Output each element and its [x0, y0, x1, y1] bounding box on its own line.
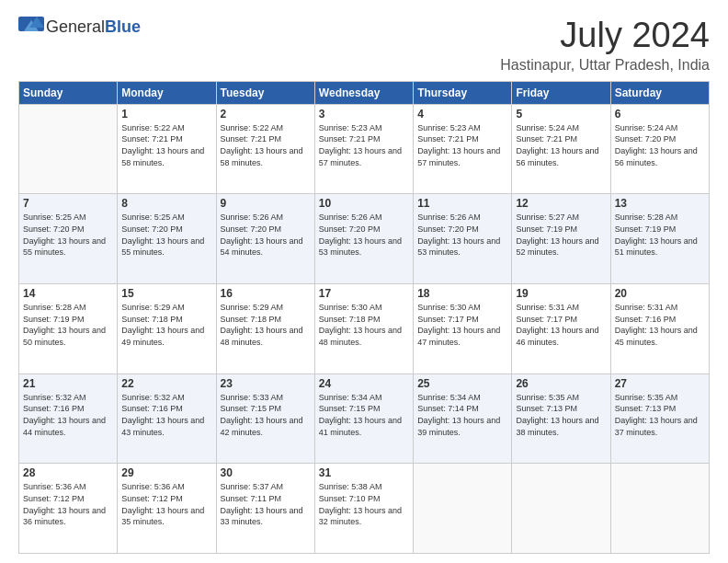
day-number: 30	[221, 466, 311, 479]
day-number: 22	[121, 377, 211, 390]
calendar-day-cell: 30Sunrise: 5:37 AM Sunset: 7:11 PM Dayli…	[216, 464, 314, 554]
day-number: 26	[516, 377, 606, 390]
calendar-day-cell	[512, 464, 610, 554]
day-number: 31	[319, 466, 409, 479]
day-info: Sunrise: 5:32 AM Sunset: 7:16 PM Dayligh…	[23, 392, 113, 438]
calendar-day-cell: 27Sunrise: 5:35 AM Sunset: 7:13 PM Dayli…	[610, 373, 709, 464]
day-info: Sunrise: 5:31 AM Sunset: 7:17 PM Dayligh…	[516, 302, 606, 348]
day-info: Sunrise: 5:36 AM Sunset: 7:12 PM Dayligh…	[23, 481, 113, 527]
day-info: Sunrise: 5:26 AM Sunset: 7:20 PM Dayligh…	[221, 212, 311, 258]
calendar-day-cell: 31Sunrise: 5:38 AM Sunset: 7:10 PM Dayli…	[314, 464, 413, 554]
calendar-day-cell: 21Sunrise: 5:32 AM Sunset: 7:16 PM Dayli…	[19, 373, 118, 464]
calendar-day-cell	[610, 464, 709, 554]
day-number: 17	[319, 287, 409, 300]
day-info: Sunrise: 5:33 AM Sunset: 7:15 PM Dayligh…	[221, 392, 311, 438]
calendar-day-cell: 25Sunrise: 5:34 AM Sunset: 7:14 PM Dayli…	[414, 373, 512, 464]
calendar-header-thursday: Thursday	[414, 81, 512, 104]
calendar-day-cell: 5Sunrise: 5:24 AM Sunset: 7:21 PM Daylig…	[512, 104, 610, 194]
day-info: Sunrise: 5:26 AM Sunset: 7:20 PM Dayligh…	[319, 212, 409, 258]
day-number: 5	[516, 108, 606, 121]
page: GeneralBlue July 2024 Hastinapur, Uttar …	[0, 0, 728, 563]
day-info: Sunrise: 5:35 AM Sunset: 7:13 PM Dayligh…	[516, 392, 606, 438]
calendar-day-cell: 2Sunrise: 5:22 AM Sunset: 7:21 PM Daylig…	[216, 104, 314, 194]
day-info: Sunrise: 5:22 AM Sunset: 7:21 PM Dayligh…	[121, 122, 211, 168]
calendar-day-cell: 12Sunrise: 5:27 AM Sunset: 7:19 PM Dayli…	[512, 194, 610, 284]
day-info: Sunrise: 5:24 AM Sunset: 7:21 PM Dayligh…	[516, 122, 606, 168]
calendar-day-cell	[414, 464, 512, 554]
calendar-day-cell: 6Sunrise: 5:24 AM Sunset: 7:20 PM Daylig…	[610, 104, 709, 194]
day-info: Sunrise: 5:26 AM Sunset: 7:20 PM Dayligh…	[417, 212, 507, 258]
calendar-week-row: 7Sunrise: 5:25 AM Sunset: 7:20 PM Daylig…	[19, 194, 710, 284]
calendar-header-monday: Monday	[118, 81, 216, 104]
day-info: Sunrise: 5:34 AM Sunset: 7:14 PM Dayligh…	[417, 392, 507, 438]
day-info: Sunrise: 5:28 AM Sunset: 7:19 PM Dayligh…	[23, 302, 113, 348]
calendar-day-cell: 15Sunrise: 5:29 AM Sunset: 7:18 PM Dayli…	[118, 284, 216, 374]
calendar-header-wednesday: Wednesday	[314, 81, 413, 104]
calendar-day-cell: 14Sunrise: 5:28 AM Sunset: 7:19 PM Dayli…	[19, 284, 118, 374]
day-info: Sunrise: 5:25 AM Sunset: 7:20 PM Dayligh…	[23, 212, 113, 258]
day-number: 9	[221, 197, 311, 210]
calendar-day-cell: 24Sunrise: 5:34 AM Sunset: 7:15 PM Dayli…	[314, 373, 413, 464]
calendar-day-cell: 4Sunrise: 5:23 AM Sunset: 7:21 PM Daylig…	[414, 104, 512, 194]
calendar-week-row: 28Sunrise: 5:36 AM Sunset: 7:12 PM Dayli…	[19, 464, 710, 554]
calendar-week-row: 1Sunrise: 5:22 AM Sunset: 7:21 PM Daylig…	[19, 104, 710, 194]
calendar-day-cell: 9Sunrise: 5:26 AM Sunset: 7:20 PM Daylig…	[216, 194, 314, 284]
calendar-day-cell: 3Sunrise: 5:23 AM Sunset: 7:21 PM Daylig…	[314, 104, 413, 194]
calendar-day-cell: 22Sunrise: 5:32 AM Sunset: 7:16 PM Dayli…	[118, 373, 216, 464]
logo-icon	[18, 17, 44, 37]
calendar-day-cell	[19, 104, 118, 194]
day-number: 3	[319, 108, 409, 121]
calendar-day-cell: 17Sunrise: 5:30 AM Sunset: 7:18 PM Dayli…	[314, 284, 413, 374]
day-info: Sunrise: 5:28 AM Sunset: 7:19 PM Dayligh…	[615, 212, 705, 258]
logo-blue: Blue	[105, 17, 141, 36]
calendar-table: SundayMondayTuesdayWednesdayThursdayFrid…	[18, 81, 710, 554]
calendar-day-cell: 28Sunrise: 5:36 AM Sunset: 7:12 PM Dayli…	[19, 464, 118, 554]
day-number: 10	[319, 197, 409, 210]
logo: GeneralBlue	[18, 17, 141, 37]
day-number: 25	[417, 377, 507, 390]
day-info: Sunrise: 5:24 AM Sunset: 7:20 PM Dayligh…	[615, 122, 705, 168]
header: GeneralBlue July 2024 Hastinapur, Uttar …	[18, 17, 710, 74]
day-info: Sunrise: 5:22 AM Sunset: 7:21 PM Dayligh…	[221, 122, 311, 168]
day-number: 16	[221, 287, 311, 300]
calendar-header-row: SundayMondayTuesdayWednesdayThursdayFrid…	[19, 81, 710, 104]
day-number: 1	[121, 108, 211, 121]
day-number: 11	[417, 197, 507, 210]
day-number: 24	[319, 377, 409, 390]
day-number: 13	[615, 197, 705, 210]
logo-general: General	[46, 17, 105, 36]
day-number: 8	[121, 197, 211, 210]
day-info: Sunrise: 5:30 AM Sunset: 7:17 PM Dayligh…	[417, 302, 507, 348]
day-number: 28	[23, 466, 113, 479]
calendar-day-cell: 16Sunrise: 5:29 AM Sunset: 7:18 PM Dayli…	[216, 284, 314, 374]
day-number: 12	[516, 197, 606, 210]
calendar-day-cell: 29Sunrise: 5:36 AM Sunset: 7:12 PM Dayli…	[118, 464, 216, 554]
calendar-day-cell: 13Sunrise: 5:28 AM Sunset: 7:19 PM Dayli…	[610, 194, 709, 284]
day-info: Sunrise: 5:31 AM Sunset: 7:16 PM Dayligh…	[615, 302, 705, 348]
calendar-day-cell: 10Sunrise: 5:26 AM Sunset: 7:20 PM Dayli…	[314, 194, 413, 284]
calendar-day-cell: 1Sunrise: 5:22 AM Sunset: 7:21 PM Daylig…	[118, 104, 216, 194]
day-info: Sunrise: 5:38 AM Sunset: 7:10 PM Dayligh…	[319, 481, 409, 527]
calendar-day-cell: 8Sunrise: 5:25 AM Sunset: 7:20 PM Daylig…	[118, 194, 216, 284]
calendar-header-tuesday: Tuesday	[216, 81, 314, 104]
day-info: Sunrise: 5:23 AM Sunset: 7:21 PM Dayligh…	[417, 122, 507, 168]
calendar-day-cell: 19Sunrise: 5:31 AM Sunset: 7:17 PM Dayli…	[512, 284, 610, 374]
day-info: Sunrise: 5:32 AM Sunset: 7:16 PM Dayligh…	[121, 392, 211, 438]
calendar-header-sunday: Sunday	[19, 81, 118, 104]
day-number: 19	[516, 287, 606, 300]
title-area: July 2024 Hastinapur, Uttar Pradesh, Ind…	[500, 17, 710, 74]
calendar-day-cell: 26Sunrise: 5:35 AM Sunset: 7:13 PM Dayli…	[512, 373, 610, 464]
day-info: Sunrise: 5:37 AM Sunset: 7:11 PM Dayligh…	[221, 481, 311, 527]
calendar-week-row: 21Sunrise: 5:32 AM Sunset: 7:16 PM Dayli…	[19, 373, 710, 464]
subtitle: Hastinapur, Uttar Pradesh, India	[500, 57, 710, 74]
day-info: Sunrise: 5:25 AM Sunset: 7:20 PM Dayligh…	[121, 212, 211, 258]
calendar-header-saturday: Saturday	[610, 81, 709, 104]
calendar-day-cell: 11Sunrise: 5:26 AM Sunset: 7:20 PM Dayli…	[414, 194, 512, 284]
day-number: 15	[121, 287, 211, 300]
day-info: Sunrise: 5:35 AM Sunset: 7:13 PM Dayligh…	[615, 392, 705, 438]
day-info: Sunrise: 5:34 AM Sunset: 7:15 PM Dayligh…	[319, 392, 409, 438]
day-info: Sunrise: 5:30 AM Sunset: 7:18 PM Dayligh…	[319, 302, 409, 348]
day-number: 23	[221, 377, 311, 390]
day-number: 2	[221, 108, 311, 121]
calendar-day-cell: 18Sunrise: 5:30 AM Sunset: 7:17 PM Dayli…	[414, 284, 512, 374]
